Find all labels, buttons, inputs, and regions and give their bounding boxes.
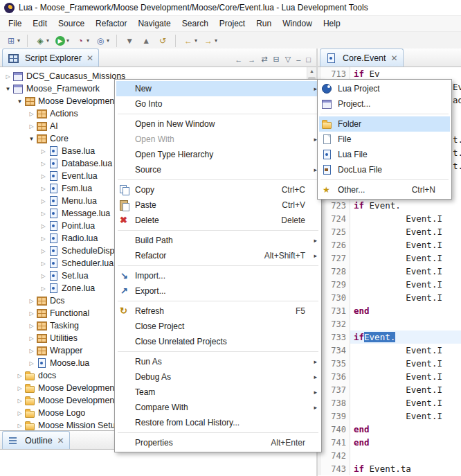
menu-item-source[interactable]: Source▸ [116, 162, 320, 177]
expand-arrow-icon[interactable]: ▷ [39, 261, 48, 267]
menu-item-other[interactable]: Other...Ctrl+N [319, 182, 450, 197]
menu-item-import[interactable]: Import... [116, 268, 320, 283]
code-line[interactable]: 734 Event.I [318, 344, 461, 357]
code-line[interactable]: 737 Event.I [318, 383, 461, 396]
forward-icon[interactable]: → [248, 55, 255, 64]
menu-navigate[interactable]: Navigate [132, 17, 176, 30]
menu-item-properties[interactable]: PropertiesAlt+Enter [116, 435, 320, 450]
menu-item-file[interactable]: File [319, 132, 450, 147]
expand-arrow-icon[interactable]: ▷ [27, 111, 36, 117]
expand-arrow-icon[interactable]: ▷ [39, 211, 48, 217]
menu-item-refactor[interactable]: RefactorAlt+Shift+T▸ [116, 248, 320, 263]
code-line[interactable]: 741 end [318, 436, 461, 449]
code-line[interactable]: 729 Event.I [318, 278, 461, 291]
expand-arrow-icon[interactable]: ▷ [15, 373, 24, 379]
dropdown-arrow-icon[interactable]: ▾ [107, 37, 109, 44]
minimize-icon[interactable]: – [296, 55, 300, 64]
menu-file[interactable]: File [3, 17, 27, 30]
menu-window[interactable]: Window [277, 17, 318, 30]
menu-item-close-project[interactable]: Close Project [116, 319, 320, 334]
menu-item-close-unrelated-projects[interactable]: Close Unrelated Projects [116, 334, 320, 349]
expand-arrow-icon[interactable]: ▷ [39, 248, 48, 254]
menu-refactor[interactable]: Refactor [90, 17, 132, 30]
menu-item-doclua-file[interactable]: DocLua File [319, 162, 450, 177]
expand-arrow-icon[interactable]: ▷ [39, 285, 48, 292]
code-line[interactable]: 730 Event.I [318, 291, 461, 304]
dropdown-arrow-icon[interactable]: ▾ [66, 37, 69, 44]
expand-arrow-icon[interactable]: ▷ [39, 236, 48, 242]
menu-item-export[interactable]: Export... [116, 283, 320, 299]
menu-item-go-into[interactable]: Go Into [116, 96, 320, 112]
menu-item-folder[interactable]: Folder [319, 116, 450, 132]
expand-arrow-icon[interactable]: ▷ [27, 360, 36, 367]
debug-button[interactable]: ◈▾ [33, 34, 51, 48]
menu-item-team[interactable]: Team▸ [116, 385, 320, 400]
menu-item-restore-from-local-history[interactable]: Restore from Local History... [116, 415, 320, 430]
expand-arrow-icon[interactable]: ▷ [39, 186, 48, 192]
tab-outline[interactable]: Outline ✕ [2, 431, 70, 449]
dropdown-arrow-icon[interactable]: ▾ [195, 37, 197, 44]
back-button[interactable]: ←▾ [181, 34, 199, 48]
expand-arrow-icon[interactable]: ▷ [27, 123, 36, 130]
new-wizard-button[interactable]: ⊞▾ [3, 34, 22, 48]
dropdown-arrow-icon[interactable]: ▾ [46, 37, 49, 44]
menu-item-delete[interactable]: DeleteDelete [116, 213, 320, 228]
expand-arrow-icon[interactable]: ▷ [39, 148, 48, 155]
code-line[interactable]: 724 Event.I [318, 212, 461, 225]
last-edit-location-button[interactable]: ↺ [155, 34, 170, 48]
collapse-arrow-icon[interactable]: ▼ [15, 98, 24, 105]
forward-button[interactable]: →▾ [201, 34, 219, 48]
menu-edit[interactable]: Edit [27, 17, 53, 30]
close-icon[interactable]: ✕ [87, 53, 93, 63]
code-line[interactable]: 742 [318, 449, 461, 462]
code-line[interactable]: 733 if Event. [318, 330, 461, 344]
code-line[interactable]: 732 [318, 317, 461, 330]
expand-arrow-icon[interactable]: ▷ [27, 323, 36, 329]
menu-item-open-with[interactable]: Open With▸ [116, 132, 320, 147]
expand-arrow-icon[interactable]: ▷ [39, 161, 48, 167]
tab-script-explorer[interactable]: Script Explorer ✕ [2, 49, 99, 67]
collapse-arrow-icon[interactable]: ▼ [27, 136, 36, 142]
menu-item-copy[interactable]: CopyCtrl+C [116, 182, 320, 197]
expand-arrow-icon[interactable]: ▷ [15, 423, 24, 429]
scroll-up-icon[interactable]: ▲ [307, 69, 316, 73]
menu-item-lua-project[interactable]: Lua Project [319, 81, 450, 96]
code-line[interactable]: 743 if Event.ta [318, 462, 461, 475]
previous-annotation-button[interactable]: ▲ [138, 34, 154, 48]
close-icon[interactable]: ✕ [57, 436, 64, 446]
menu-item-compare-with[interactable]: Compare With▸ [116, 400, 320, 415]
menu-item-refresh[interactable]: RefreshF5 [116, 303, 320, 319]
menu-search[interactable]: Search [177, 17, 214, 30]
code-line[interactable]: 738 Event.I [318, 396, 461, 409]
profile-button[interactable]: ◔▾ [73, 34, 91, 48]
expand-arrow-icon[interactable]: ▷ [27, 348, 36, 354]
maximize-icon[interactable]: □ [306, 55, 311, 64]
menu-source[interactable]: Source [53, 17, 90, 30]
expand-arrow-icon[interactable]: ▷ [27, 298, 36, 304]
dropdown-arrow-icon[interactable]: ▾ [87, 37, 89, 44]
menu-item-lua-file[interactable]: Lua File [319, 147, 450, 162]
menu-item-open-in-new-window[interactable]: Open in New Window [116, 116, 320, 132]
link-with-editor-icon[interactable]: ⇄ [261, 55, 267, 64]
menu-item-new[interactable]: New▸ [116, 81, 320, 96]
expand-arrow-icon[interactable]: ▷ [39, 173, 48, 179]
menu-item-debug-as[interactable]: Debug As▸ [116, 369, 320, 385]
code-line[interactable]: 728 Event.I [318, 265, 461, 278]
menu-help[interactable]: Help [318, 17, 346, 30]
dropdown-arrow-icon[interactable]: ▾ [215, 37, 217, 44]
menu-project[interactable]: Project [214, 17, 251, 30]
code-line[interactable]: 735 Event.I [318, 357, 461, 370]
expand-arrow-icon[interactable]: ▷ [27, 310, 36, 317]
tab-core-event[interactable]: Core.Event ✕ [320, 49, 404, 67]
expand-arrow-icon[interactable]: ▷ [27, 335, 36, 342]
code-line[interactable]: 739 Event.I [318, 409, 461, 423]
expand-arrow-icon[interactable]: ▷ [39, 273, 48, 279]
code-line[interactable]: 725 Event.I [318, 225, 461, 238]
code-line[interactable]: 736 Event.I [318, 370, 461, 383]
expand-arrow-icon[interactable]: ▷ [3, 73, 12, 80]
close-icon[interactable]: ✕ [391, 53, 398, 63]
menu-item-run-as[interactable]: Run As▸ [116, 354, 320, 369]
code-line[interactable]: 740 end [318, 423, 461, 436]
collapse-arrow-icon[interactable]: ▼ [3, 86, 12, 92]
expand-arrow-icon[interactable]: ▷ [39, 223, 48, 229]
